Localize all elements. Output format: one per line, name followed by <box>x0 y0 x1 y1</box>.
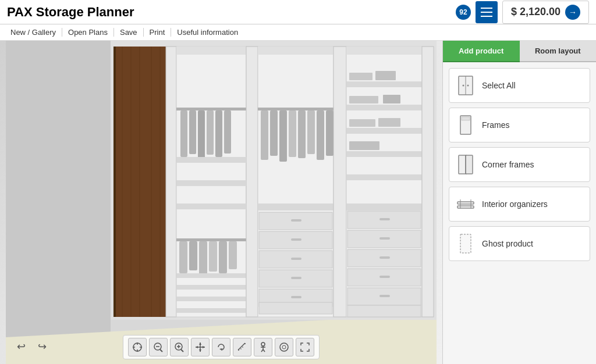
crosshair-tool-button[interactable] <box>128 338 147 356</box>
svg-rect-57 <box>334 47 346 317</box>
svg-rect-129 <box>457 206 474 208</box>
svg-rect-29 <box>176 273 246 278</box>
shelf-icon <box>456 193 475 215</box>
app-title: PAX Storage Planner <box>7 5 134 20</box>
svg-rect-41 <box>298 110 306 158</box>
product-item-frames[interactable]: Frames <box>449 108 590 142</box>
svg-marker-1 <box>6 41 111 364</box>
tab-add-product[interactable]: Add product <box>443 41 520 62</box>
menu-icon-line2 <box>481 12 492 13</box>
price-value: $ 2,120.00 <box>511 6 560 18</box>
svg-rect-27 <box>219 241 227 273</box>
svg-rect-54 <box>291 258 301 260</box>
svg-rect-65 <box>346 204 422 210</box>
menu-button[interactable] <box>476 1 498 23</box>
svg-rect-52 <box>291 219 301 222</box>
zoom-out-icon <box>153 342 164 352</box>
measure-tool-button[interactable] <box>233 338 251 356</box>
svg-point-117 <box>280 343 288 351</box>
svg-rect-31 <box>176 297 246 301</box>
toolbar-bottom <box>123 335 320 359</box>
svg-rect-64 <box>346 174 422 180</box>
main-area: ↩ ↪ <box>0 41 596 364</box>
nav-open-plans[interactable]: Open Plans <box>62 28 114 37</box>
svg-marker-103 <box>199 349 201 352</box>
svg-marker-102 <box>199 342 201 345</box>
svg-rect-124 <box>462 117 470 120</box>
svg-rect-42 <box>307 110 315 154</box>
price-arrow-icon[interactable]: → <box>565 5 580 20</box>
product-item-interior-organizers[interactable]: Interior organizers <box>449 187 590 222</box>
svg-rect-72 <box>349 141 379 150</box>
svg-rect-15 <box>176 108 246 110</box>
closet-scene-svg <box>0 41 442 364</box>
svg-rect-37 <box>261 110 268 160</box>
tab-room-layout[interactable]: Room layout <box>520 41 597 62</box>
menu-icon-line3 <box>481 16 492 17</box>
svg-line-99 <box>181 349 183 352</box>
nav-useful-info[interactable]: Useful information <box>171 28 244 37</box>
svg-rect-71 <box>378 118 400 127</box>
svg-rect-40 <box>289 110 296 157</box>
product-label-frames: Frames <box>482 120 509 130</box>
3d-scene: ↩ ↪ <box>0 41 442 364</box>
svg-rect-22 <box>176 238 246 241</box>
measure-icon <box>237 342 247 352</box>
svg-rect-81 <box>379 256 390 259</box>
nav-save[interactable]: Save <box>114 28 144 37</box>
svg-rect-35 <box>258 47 334 55</box>
svg-rect-83 <box>379 295 390 297</box>
nav-print[interactable]: Print <box>144 28 172 37</box>
svg-line-95 <box>160 349 162 352</box>
svg-rect-85 <box>176 157 246 163</box>
redo-button[interactable]: ↪ <box>33 337 51 356</box>
svg-rect-69 <box>383 95 400 104</box>
svg-rect-5 <box>113 47 116 317</box>
svg-rect-126 <box>466 155 473 174</box>
wardrobe-icon <box>456 74 475 97</box>
svg-rect-55 <box>291 277 301 279</box>
svg-rect-70 <box>349 119 375 127</box>
rotate-tool-button[interactable] <box>212 338 230 356</box>
3d-viewport[interactable]: ↩ ↪ <box>0 41 442 364</box>
rotate-icon <box>216 342 226 352</box>
price-display: $ 2,120.00 → <box>502 1 589 24</box>
svg-rect-45 <box>258 204 334 210</box>
right-panel: Add productRoom layout Select All Frames… <box>442 41 596 364</box>
expand-tool-button[interactable] <box>296 338 314 356</box>
move-tool-button[interactable] <box>191 338 210 356</box>
tape-icon <box>279 342 289 352</box>
svg-rect-82 <box>379 276 390 278</box>
zoom-out-button[interactable] <box>149 338 168 356</box>
zoom-in-button[interactable] <box>170 338 189 356</box>
svg-rect-20 <box>215 110 222 157</box>
svg-rect-32 <box>176 308 246 313</box>
product-item-select-all[interactable]: Select All <box>449 68 590 103</box>
person-tool-button[interactable] <box>254 338 272 356</box>
svg-rect-78 <box>347 305 421 317</box>
undo-redo-controls: ↩ ↪ <box>12 337 51 356</box>
move-icon <box>195 342 205 352</box>
svg-rect-26 <box>209 241 217 272</box>
svg-marker-104 <box>196 346 198 348</box>
product-item-ghost-product[interactable]: Ghost product <box>449 226 590 261</box>
svg-point-121 <box>463 85 464 87</box>
menu-icon-line1 <box>481 8 492 9</box>
notification-badge: 92 <box>456 5 471 20</box>
svg-point-118 <box>282 345 286 349</box>
product-label-ghost-product: Ghost product <box>482 239 533 248</box>
expand-icon <box>300 342 310 352</box>
header-left: PAX Storage Planner <box>7 5 134 20</box>
svg-point-112 <box>261 342 265 346</box>
svg-rect-44 <box>326 110 334 156</box>
undo-button[interactable]: ↩ <box>12 337 30 356</box>
product-item-corner-frames[interactable]: Corner frames <box>449 147 590 182</box>
tape-tool-button[interactable] <box>275 338 293 356</box>
svg-rect-80 <box>379 237 390 240</box>
nav-new-gallery[interactable]: New / Gallery <box>5 28 62 37</box>
app-title-bold: PAX <box>7 5 33 19</box>
svg-rect-19 <box>207 110 214 155</box>
svg-rect-67 <box>375 71 396 80</box>
svg-rect-23 <box>179 241 187 273</box>
svg-rect-132 <box>460 234 471 253</box>
